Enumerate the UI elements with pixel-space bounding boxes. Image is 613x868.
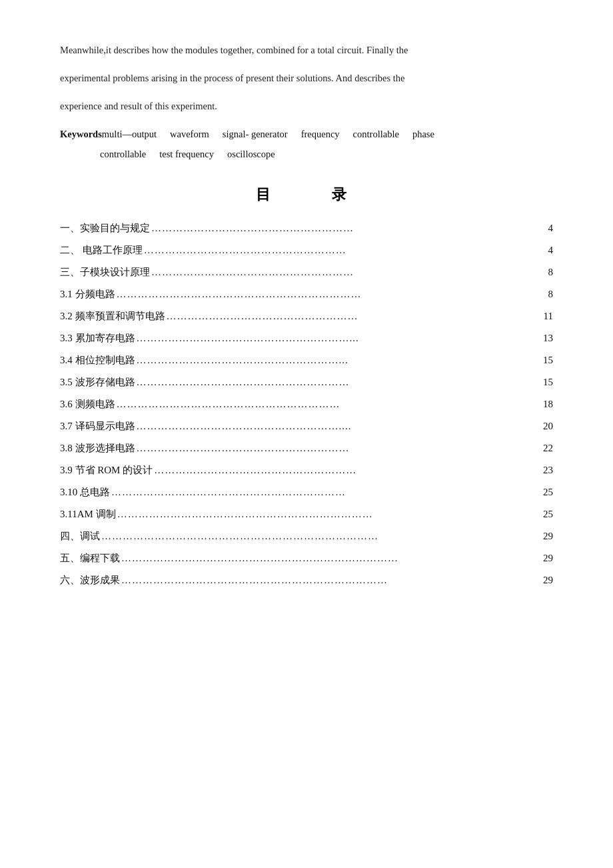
toc-page-2: 4: [548, 245, 554, 255]
toc-entry-2: 二、 电路工作原理…………………………………………………4: [60, 245, 553, 255]
toc-page-4: 29: [543, 531, 553, 541]
toc-entry-3.1: 3.1 分频电路……………………………………………………………8: [60, 289, 553, 299]
toc-dots-4: ……………………………………………………………………: [101, 531, 542, 541]
toc-dots-3.1: ……………………………………………………………: [117, 289, 547, 299]
toc-page-3.9: 23: [543, 465, 553, 475]
kw-3: signal- generator: [223, 124, 288, 144]
toc-page-3.2: 11: [544, 311, 553, 321]
toc-dots-6: …………………………………………………………………: [121, 575, 542, 585]
toc-page-1: 4: [548, 223, 554, 233]
toc-label-6: 六、波形成果: [60, 575, 120, 585]
toc-dots-3.4: …………………………………………………...: [137, 355, 542, 365]
toc-page-3.3: 13: [543, 333, 553, 343]
toc-label-3.1: 3.1 分频电路: [60, 289, 115, 299]
toc-label-5: 五、编程下载: [60, 553, 120, 563]
toc-label-3.7: 3.7 译码显示电路: [60, 421, 135, 431]
toc-title: 目 录: [60, 185, 553, 205]
toc-page-3.10: 25: [543, 487, 553, 497]
toc-page-3.6: 18: [543, 399, 553, 409]
keywords-label: Keywords: [60, 124, 102, 144]
kw-7: controllable: [100, 144, 146, 164]
toc-dots-3.9: …………………………………………………: [154, 465, 542, 475]
toc-page-3: 8: [548, 267, 554, 277]
toc-entry-3.5: 3.5 波形存储电路……………………………………………………15: [60, 377, 553, 387]
toc-dots-3.3: ……………………………………………………...: [137, 333, 542, 343]
toc-entry-3.9: 3.9 节省 ROM 的设计…………………………………………………23: [60, 465, 553, 475]
toc-dots-3.11: ………………………………………………………………: [117, 509, 542, 519]
toc-label-1: 一、实验目的与规定: [60, 223, 150, 233]
toc-entry-3.8: 3.8 波形选择电路……………………………………………………22: [60, 443, 553, 453]
toc-entry-3.3: 3.3 累加寄存电路……………………………………………………...13: [60, 333, 553, 343]
toc-label-4: 四、调试: [60, 531, 100, 541]
abstract-line2: experimental problems arising in the pro…: [60, 68, 553, 89]
kw-9: oscilloscope: [227, 144, 275, 164]
toc-page-3.11: 25: [543, 509, 553, 519]
abstract-line1: Meanwhile,it describes how the modules t…: [60, 40, 553, 61]
toc-page-3.7: 20: [543, 421, 553, 431]
toc-entry-6: 六、波形成果…………………………………………………………………29: [60, 575, 553, 585]
toc-page-6: 29: [543, 575, 553, 585]
toc-dots-3.7: …………………………………………………....: [137, 421, 542, 431]
toc-entry-5: 五、编程下载……………………………………………………………………29: [60, 553, 553, 563]
toc-label-3.8: 3.8 波形选择电路: [60, 443, 135, 453]
toc-entry-1: 一、实验目的与规定…………………………………………………4: [60, 223, 553, 233]
toc-dots-1: …………………………………………………: [151, 223, 547, 233]
kw-1: multi—output: [102, 124, 157, 144]
document-page: Meanwhile,it describes how the modules t…: [0, 0, 613, 868]
toc-label-3.10: 3.10 总电路: [60, 487, 110, 497]
keywords-values-line1: multi—output waveform signal- generator …: [102, 124, 434, 144]
toc-entry-4: 四、调试……………………………………………………………………29: [60, 531, 553, 541]
toc-entry-3.4: 3.4 相位控制电路…………………………………………………...15: [60, 355, 553, 365]
toc-label-3.11: 3.11AM 调制: [60, 509, 116, 519]
toc-dots-2: …………………………………………………: [144, 245, 547, 255]
keywords-row1: Keywords multi—output waveform signal- g…: [60, 124, 553, 144]
toc-dots-3: …………………………………………………: [151, 267, 547, 277]
toc-label-3.6: 3.6 测频电路: [60, 399, 115, 409]
toc-label-3.9: 3.9 节省 ROM 的设计: [60, 465, 153, 475]
kw-8: test frequency: [159, 144, 214, 164]
toc-page-3.1: 8: [548, 289, 554, 299]
toc-page-3.8: 22: [543, 443, 553, 453]
toc-dots-3.8: ……………………………………………………: [137, 443, 542, 453]
keywords-values-line2: controllable test frequency oscilloscope: [60, 144, 553, 164]
toc-entry-3.10: 3.10 总电路…………………………………………………………25: [60, 487, 553, 497]
toc-label-3.3: 3.3 累加寄存电路: [60, 333, 135, 343]
kw-5: controllable: [353, 124, 399, 144]
abstract-line3: experience and result of this experiment…: [60, 96, 553, 117]
toc-label-2: 二、 电路工作原理: [60, 245, 143, 255]
toc-label-3.5: 3.5 波形存储电路: [60, 377, 135, 387]
toc-dots-3.2: ………………………………………………: [167, 311, 542, 321]
kw-4: frequency: [301, 124, 340, 144]
toc-page-5: 29: [543, 553, 553, 563]
toc-label-3.2: 3.2 频率预置和调节电路: [60, 311, 165, 321]
toc-dots-3.5: ……………………………………………………: [137, 377, 542, 387]
toc-entry-3.6: 3.6 测频电路………………………………………………………18: [60, 399, 553, 409]
toc-entry-3.11: 3.11AM 调制………………………………………………………………25: [60, 509, 553, 519]
toc-entry-3.2: 3.2 频率预置和调节电路………………………………………………11: [60, 311, 553, 321]
toc-label-3.4: 3.4 相位控制电路: [60, 355, 135, 365]
toc-page-3.4: 15: [543, 355, 553, 365]
toc-entry-3: 三、子模块设计原理…………………………………………………8: [60, 267, 553, 277]
kw-2: waveform: [170, 124, 209, 144]
toc-dots-5: ……………………………………………………………………: [121, 553, 542, 563]
toc-entry-3.7: 3.7 译码显示电路…………………………………………………....20: [60, 421, 553, 431]
kw-6: phase: [412, 124, 434, 144]
toc-dots-3.6: ………………………………………………………: [117, 399, 542, 409]
toc-container: 一、实验目的与规定…………………………………………………4二、 电路工作原理………: [60, 223, 553, 585]
toc-dots-3.10: …………………………………………………………: [111, 487, 542, 497]
toc-label-3: 三、子模块设计原理: [60, 267, 150, 277]
toc-page-3.5: 15: [543, 377, 553, 387]
